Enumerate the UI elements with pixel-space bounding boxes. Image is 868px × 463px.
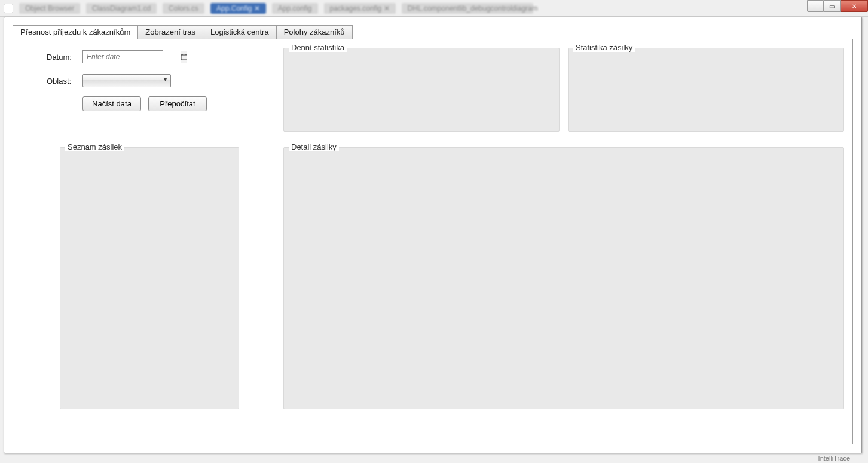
app-icon: [4, 4, 13, 13]
calendar-icon[interactable]: [181, 51, 187, 63]
tab-accuracy[interactable]: Přesnost příjezdu k zákazníkům: [13, 25, 138, 39]
footer-intellitrace: IntelliTrace: [818, 455, 850, 462]
maximize-button[interactable]: ▭: [824, 0, 841, 12]
group-shipment-stats-title: Statistika zásilky: [573, 43, 635, 52]
group-shipment-list-title: Seznam zásilek: [65, 142, 124, 151]
load-data-button[interactable]: Načíst data: [82, 96, 141, 111]
area-label: Oblast:: [47, 77, 82, 86]
ide-tab[interactable]: Colors.cs: [163, 3, 204, 14]
ide-tab-active[interactable]: App.Config ✕: [210, 3, 266, 14]
group-shipment-detail: Detail zásilky: [283, 147, 844, 409]
area-row: Oblast:: [47, 74, 171, 87]
tab-control: Přesnost příjezdu k zákazníkům Zobrazení…: [13, 25, 853, 444]
minimize-button[interactable]: —: [807, 0, 824, 12]
ide-tab[interactable]: DHL.componentlib_debugcontroldiagram: [402, 3, 533, 14]
group-shipment-detail-title: Detail zásilky: [289, 142, 339, 151]
tab-customer-locations[interactable]: Polohy zákazníků: [276, 25, 353, 39]
ide-tab[interactable]: App.config: [272, 3, 318, 14]
recalculate-button[interactable]: Přepočítat: [148, 96, 207, 111]
date-field[interactable]: [83, 51, 181, 63]
date-label: Datum:: [47, 53, 82, 62]
ide-tab[interactable]: packages.config ✕: [324, 3, 396, 14]
area-combobox[interactable]: [82, 74, 171, 87]
ide-tabstrip: Object Browser ClassDiagram1.cd Colors.c…: [0, 0, 868, 17]
tab-page-accuracy: Datum: Oblast: Načíst data Přepočítat: [13, 39, 853, 444]
svg-rect-0: [181, 54, 187, 60]
group-shipment-stats: Statistika zásilky: [568, 48, 844, 132]
tab-routes[interactable]: Zobrazení tras: [137, 25, 203, 39]
group-daily-stats-title: Denní statistika: [289, 43, 347, 52]
ide-tab[interactable]: ClassDiagram1.cd: [86, 3, 157, 14]
date-row: Datum:: [47, 50, 163, 63]
button-row: Načíst data Přepočítat: [82, 96, 207, 111]
group-shipment-list: Seznam zásilek: [60, 147, 239, 409]
app-window: Přesnost příjezdu k zákazníkům Zobrazení…: [4, 17, 862, 453]
tab-logistic-centers[interactable]: Logistická centra: [203, 25, 277, 39]
group-daily-stats: Denní statistika: [283, 48, 560, 132]
tab-headers: Přesnost příjezdu k zákazníkům Zobrazení…: [13, 25, 853, 39]
ide-tab[interactable]: Object Browser: [19, 3, 80, 14]
window-controls: — ▭ ✕: [807, 0, 868, 12]
date-input[interactable]: [82, 50, 163, 63]
close-button[interactable]: ✕: [841, 0, 868, 12]
